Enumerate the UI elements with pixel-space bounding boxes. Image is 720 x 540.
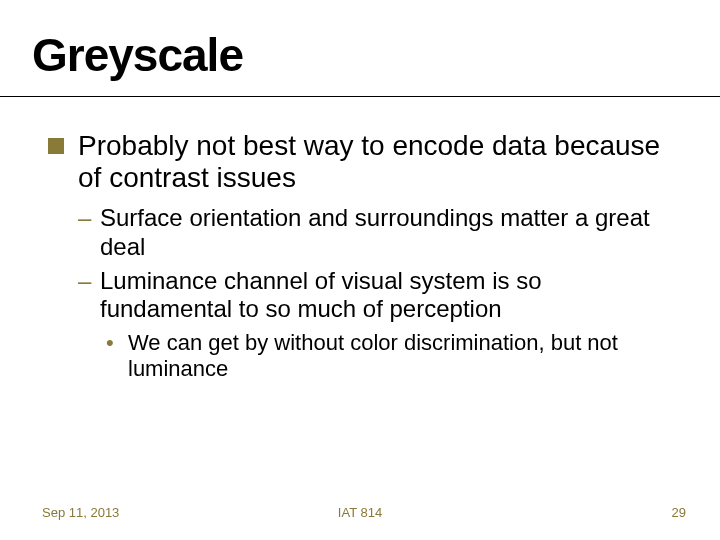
slide-title: Greyscale [32, 28, 243, 82]
slide-footer: Sep 11, 2013 IAT 814 29 [0, 500, 720, 520]
dot-bullet-icon: • [106, 330, 114, 356]
slide-body: Probably not best way to encode data bec… [48, 130, 680, 382]
bullet-level-2: – Surface orientation and surroundings m… [78, 204, 680, 261]
bullet-level-2: – Luminance channel of visual system is … [78, 267, 680, 324]
dash-bullet-icon: – [78, 267, 91, 295]
slide: Greyscale Probably not best way to encod… [0, 0, 720, 540]
dash-bullet-icon: – [78, 204, 91, 232]
footer-center: IAT 814 [0, 505, 720, 520]
bullet-level-1: Probably not best way to encode data bec… [48, 130, 680, 194]
bullet-text: Surface orientation and surroundings mat… [100, 204, 650, 259]
title-underline [0, 96, 720, 97]
bullet-text: We can get by without color discriminati… [128, 330, 618, 381]
bullet-level-3: • We can get by without color discrimina… [106, 330, 680, 383]
square-bullet-icon [48, 138, 64, 154]
footer-page-number: 29 [672, 505, 686, 520]
bullet-text: Luminance channel of visual system is so… [100, 267, 542, 322]
bullet-text: Probably not best way to encode data bec… [78, 130, 660, 193]
